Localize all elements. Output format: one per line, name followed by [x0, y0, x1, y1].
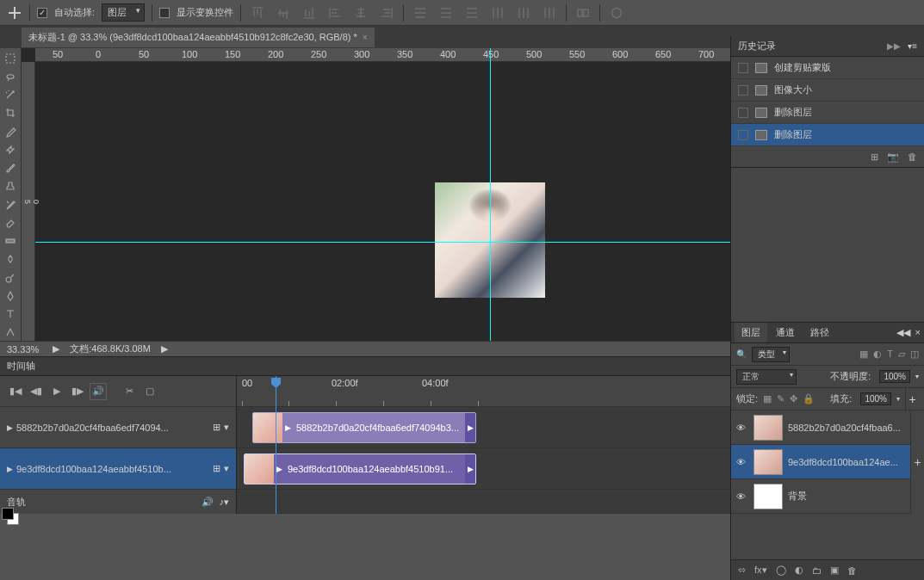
- color-swatch[interactable]: [2, 508, 19, 525]
- zoom-level[interactable]: 33.33%: [7, 344, 39, 355]
- layer-item[interactable]: 👁 背景: [731, 479, 910, 514]
- close-icon[interactable]: ×: [915, 327, 921, 338]
- eyedropper-tool[interactable]: [0, 123, 20, 139]
- distribute-vcenter-icon[interactable]: [437, 3, 456, 22]
- path-tool[interactable]: [0, 324, 20, 341]
- guide-vertical[interactable]: [490, 48, 491, 341]
- lock-position-icon[interactable]: ✥: [790, 393, 797, 404]
- history-item[interactable]: 删除图层: [731, 102, 924, 124]
- document-tab[interactable]: 未标题-1 @ 33.3% (9e3df8dcd100baa124aeabbf4…: [22, 28, 375, 47]
- eraser-tool[interactable]: [0, 214, 20, 231]
- new-layer-icon[interactable]: ▣: [830, 565, 839, 576]
- align-hcenter-icon[interactable]: [351, 3, 370, 22]
- auto-select-checkbox[interactable]: [37, 8, 47, 18]
- adjustment-icon[interactable]: ◐: [795, 565, 803, 576]
- gradient-tool[interactable]: [0, 233, 20, 250]
- history-item[interactable]: 删除图层: [731, 124, 924, 146]
- fill-input[interactable]: 100%: [860, 392, 891, 405]
- align-right-icon[interactable]: [377, 3, 396, 22]
- auto-select-dropdown[interactable]: 图层: [102, 3, 145, 22]
- clip-end-icon[interactable]: ▶: [465, 413, 475, 442]
- track-header-1[interactable]: ▶ 5882b2b7d0a20cf4fbaa6edf74094... ⊞ ▾: [0, 407, 236, 448]
- panel-collapse-icon[interactable]: ◀◀: [896, 327, 910, 338]
- visibility-icon[interactable]: 👁: [736, 457, 748, 467]
- blur-tool[interactable]: [0, 251, 20, 268]
- lock-all-icon[interactable]: 🔒: [803, 393, 815, 404]
- marquee-tool[interactable]: [0, 50, 20, 66]
- align-left-icon[interactable]: [326, 3, 344, 22]
- align-top-icon[interactable]: [248, 3, 267, 22]
- brush-tool[interactable]: [0, 160, 20, 176]
- close-icon[interactable]: ×: [363, 33, 368, 42]
- tab-paths[interactable]: 路径: [803, 323, 836, 342]
- group-icon[interactable]: 🗀: [812, 565, 822, 576]
- crop-tool[interactable]: [0, 105, 20, 121]
- mask-icon[interactable]: ◯: [776, 565, 786, 576]
- visibility-icon[interactable]: 👁: [736, 491, 748, 502]
- clip-expand-icon[interactable]: ▶: [282, 423, 293, 432]
- prev-frame-button[interactable]: ◀▮: [28, 383, 45, 400]
- fx-icon[interactable]: fx▾: [754, 565, 767, 576]
- distribute-hcenter-icon[interactable]: [514, 3, 533, 22]
- play-button[interactable]: ▶: [48, 383, 65, 400]
- history-item[interactable]: 创建剪贴蒙版: [731, 57, 924, 79]
- type-tool[interactable]: [0, 306, 20, 323]
- camera-icon[interactable]: 📷: [887, 151, 899, 163]
- auto-align-icon[interactable]: [574, 3, 592, 22]
- history-brush-tool[interactable]: [0, 196, 20, 213]
- expand-icon[interactable]: ▶: [7, 465, 13, 473]
- wand-tool[interactable]: [0, 87, 20, 103]
- track-menu-icon[interactable]: ▾: [224, 422, 229, 433]
- filter-adjust-icon[interactable]: ◐: [873, 349, 882, 360]
- audio-icon[interactable]: 🔊: [202, 497, 214, 507]
- panel-collapse-icon[interactable]: ▶▶: [887, 41, 901, 51]
- audio-button[interactable]: 🔊: [90, 383, 107, 400]
- 3d-mode-icon[interactable]: [607, 3, 626, 22]
- visibility-icon[interactable]: 👁: [736, 423, 748, 433]
- clip-end-icon[interactable]: ▶: [465, 454, 475, 484]
- lock-transparency-icon[interactable]: ▦: [763, 393, 772, 404]
- distribute-right-icon[interactable]: [540, 3, 559, 22]
- dodge-tool[interactable]: [0, 269, 20, 286]
- tab-layers[interactable]: 图层: [735, 323, 767, 342]
- add-button[interactable]: +: [905, 388, 919, 410]
- filter-pixel-icon[interactable]: ▦: [859, 349, 868, 360]
- layer-item[interactable]: 👁 5882b2b7d0a20cf4fbaa6...: [731, 410, 910, 445]
- distribute-top-icon[interactable]: [411, 3, 430, 22]
- link-icon[interactable]: ⬄: [738, 565, 746, 576]
- trash-icon[interactable]: 🗑: [908, 151, 917, 162]
- healing-tool[interactable]: [0, 141, 20, 157]
- doc-info-icon[interactable]: ▶: [161, 343, 168, 355]
- blend-mode-dropdown[interactable]: 正常: [736, 369, 797, 385]
- add-button[interactable]: +: [910, 410, 924, 514]
- filter-type-dropdown[interactable]: 类型: [752, 347, 790, 362]
- split-button[interactable]: ✂: [121, 383, 138, 400]
- new-snapshot-icon[interactable]: ⊞: [871, 151, 878, 163]
- transition-button[interactable]: ▢: [141, 383, 158, 400]
- lasso-tool[interactable]: [0, 68, 20, 84]
- filter-shape-icon[interactable]: ▱: [898, 349, 905, 360]
- filter-type-icon[interactable]: T: [887, 349, 893, 360]
- trash-icon[interactable]: 🗑: [847, 565, 857, 576]
- next-frame-button[interactable]: ▮▶: [69, 383, 86, 400]
- filter-smart-icon[interactable]: ◫: [910, 349, 919, 360]
- opacity-input[interactable]: 100%: [879, 370, 910, 383]
- align-vcenter-icon[interactable]: [274, 3, 293, 22]
- fg-color[interactable]: [2, 508, 14, 520]
- distribute-left-icon[interactable]: [488, 3, 507, 22]
- first-frame-button[interactable]: ▮◀: [7, 383, 24, 400]
- layer-item[interactable]: 👁 9e3df8dcd100baa124ae...: [731, 445, 910, 479]
- lock-pixels-icon[interactable]: ✎: [777, 393, 784, 404]
- music-icon[interactable]: ♪: [220, 497, 225, 507]
- track-header-2[interactable]: ▶ 9e3df8dcd100baa124aeabbf4510b... ⊞ ▾: [0, 448, 236, 490]
- expand-icon[interactable]: ▶: [7, 423, 13, 432]
- clip-1[interactable]: ▶ 5882b2b7d0a20cf4fbaa6edf74094b3... ▶: [252, 412, 476, 443]
- clip-2[interactable]: ▶ 9e3df8dcd100baa124aeabbf4510b91... ▶: [244, 454, 476, 484]
- tab-channels[interactable]: 通道: [769, 323, 802, 342]
- stamp-tool[interactable]: [0, 178, 20, 194]
- pen-tool[interactable]: [0, 287, 20, 304]
- align-bottom-icon[interactable]: [300, 3, 319, 22]
- distribute-bottom-icon[interactable]: [462, 3, 481, 22]
- track-menu-icon[interactable]: ▾: [224, 463, 229, 474]
- history-item[interactable]: 图像大小: [731, 79, 924, 102]
